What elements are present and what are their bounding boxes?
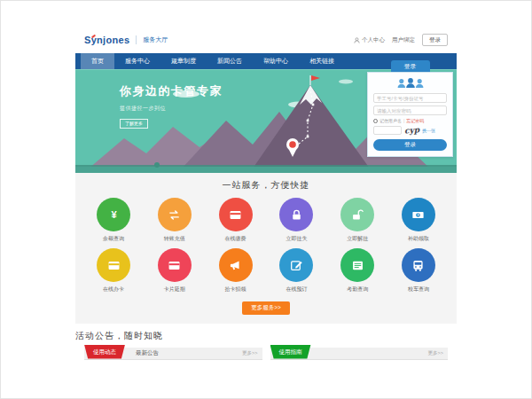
panel-latest-news: 使用动态 最新公告 更多>>	[84, 348, 262, 360]
nav-item-rules[interactable]: 规章制度	[160, 53, 207, 69]
nav-item-links[interactable]: 相关链接	[299, 53, 345, 69]
transfer-icon	[167, 207, 182, 223]
tab-latest-announcements[interactable]: 最新公告	[136, 349, 159, 357]
service-label: 余额查询	[85, 235, 142, 243]
user-binding-label: 用户绑定	[392, 36, 415, 44]
password-input[interactable]	[373, 106, 447, 115]
more-services-button[interactable]: 更多服务>>	[242, 301, 290, 315]
service-label: 拾卡招领	[207, 286, 264, 293]
more-link[interactable]: 更多>>	[242, 350, 262, 356]
edit-icon	[289, 258, 304, 273]
captcha-refresh-link[interactable]: 换一张	[422, 128, 435, 133]
personal-center-link[interactable]: 个人中心	[354, 36, 385, 44]
service-circle[interactable]	[340, 248, 374, 282]
service-circle[interactable]	[340, 198, 374, 231]
service-item-booking[interactable]: 在线预订	[268, 248, 325, 293]
bus-icon	[411, 258, 426, 273]
nav-item-service-center[interactable]: 服务中心	[114, 53, 160, 69]
svg-text:¥: ¥	[418, 213, 420, 217]
tab-usage-news-active[interactable]: 使用动态	[84, 345, 125, 359]
service-circle[interactable]	[158, 198, 192, 231]
hero-title: 你身边的卡管专家	[120, 83, 223, 99]
nav-item-home[interactable]: 首页	[81, 53, 114, 69]
service-circle[interactable]	[97, 248, 130, 282]
tab-user-guide-active[interactable]: 使用指南	[270, 345, 311, 359]
user-icon	[354, 37, 360, 43]
service-item-transfer[interactable]: 转账充值	[146, 198, 203, 243]
remember-label: 记住用户名	[379, 118, 402, 123]
service-item-school-bus[interactable]: 校车查询	[390, 248, 447, 293]
megaphone-icon	[228, 258, 243, 273]
hero-subtitle: 提供捷径一步到位	[120, 105, 223, 113]
service-label: 校车查询	[390, 286, 447, 293]
users-group-icon	[395, 77, 426, 90]
service-label: 在线缴费	[207, 235, 264, 243]
announcements-section: 活动公告，随时知晓 使用动态 最新公告 更多>> 使用指南 更多>>	[75, 324, 457, 360]
divider: |	[403, 118, 404, 123]
yen-icon: ¥	[106, 207, 121, 223]
hero-cta-button[interactable]: 了解更多	[120, 119, 148, 129]
services-row-2: 在线办卡 卡片延期 拾卡招领 在线预订	[85, 248, 447, 293]
page: Synjones 服务大厅 个人中心 用户绑定 登录 首页 服务中心 规章制度 …	[75, 27, 457, 372]
service-circle[interactable]	[219, 198, 253, 231]
lock-icon	[289, 207, 304, 223]
service-item-new-card[interactable]: 在线办卡	[85, 248, 142, 293]
service-circle[interactable]: ¥	[402, 198, 435, 231]
service-circle[interactable]	[158, 248, 192, 282]
service-item-subsidy[interactable]: ¥ 补助领取	[390, 198, 447, 243]
service-label: 转账充值	[146, 235, 203, 243]
services-row-1: ¥ 余额查询 转账充值 在线缴费 立即挂失	[85, 198, 447, 243]
service-circle[interactable]	[279, 248, 313, 282]
service-item-attendance[interactable]: 考勤查询	[329, 248, 386, 293]
login-form: 记住用户名 | 忘记密码 cyp 换一张 登录	[367, 72, 453, 157]
service-item-card-renewal[interactable]: 卡片延期	[146, 248, 203, 293]
service-item-found-card[interactable]: 拾卡招领	[207, 248, 264, 293]
service-circle[interactable]	[402, 248, 435, 282]
remember-checkbox[interactable]	[373, 119, 378, 123]
site-header: Synjones 服务大厅 个人中心 用户绑定 登录	[75, 27, 457, 53]
card-icon	[167, 258, 182, 273]
header-menu: 个人中心 用户绑定 登录	[354, 34, 448, 46]
panel-user-guide: 使用指南 更多>>	[270, 348, 449, 360]
service-label: 在线办卡	[85, 286, 142, 293]
service-label: 在线预订	[268, 286, 325, 293]
service-circle[interactable]: ¥	[97, 198, 130, 231]
hero-copy: 你身边的卡管专家 提供捷径一步到位 了解更多	[120, 83, 223, 129]
service-circle[interactable]	[219, 248, 253, 282]
login-tab[interactable]: 登录	[391, 60, 430, 72]
account-input[interactable]	[373, 93, 447, 103]
login-submit-button[interactable]: 登录	[373, 139, 447, 151]
nav-item-news[interactable]: 新闻公告	[207, 53, 253, 69]
service-item-report-loss[interactable]: 立即挂失	[268, 198, 325, 243]
service-item-balance[interactable]: ¥ 余额查询	[85, 198, 142, 243]
announcements-title: 活动公告，随时知晓	[75, 324, 457, 342]
brand-logo[interactable]: Synjones 服务大厅	[84, 35, 168, 45]
captcha-input[interactable]	[373, 126, 402, 135]
service-label: 考勤查询	[329, 286, 386, 293]
service-label: 补助领取	[390, 235, 447, 243]
header-login-button[interactable]: 登录	[422, 34, 448, 46]
remember-row: 记住用户名 | 忘记密码	[373, 118, 447, 123]
user-binding-link[interactable]: 用户绑定	[392, 36, 415, 44]
svg-text:¥: ¥	[111, 209, 117, 220]
nav-item-help[interactable]: 帮助中心	[253, 53, 299, 69]
service-label: 卡片延期	[146, 286, 203, 293]
login-panel: 登录 记住用户名 | 忘记密码 cyp 换一张 登录	[367, 60, 453, 157]
brand-suffix: 服务大厅	[136, 35, 168, 44]
captcha-image[interactable]: cyp	[404, 125, 420, 135]
card-icon	[106, 258, 121, 273]
service-label: 立即解挂	[329, 235, 386, 243]
forgot-password-link[interactable]: 忘记密码	[406, 118, 424, 123]
card-icon	[228, 207, 243, 223]
services-section: 一站服务，方便快捷 ¥ 余额查询 转账充值 在线缴费	[75, 173, 457, 324]
panel-tab-bar: 使用指南 更多>>	[270, 348, 449, 360]
service-label: 立即挂失	[268, 235, 325, 243]
more-link[interactable]: 更多>>	[428, 350, 448, 356]
personal-center-label: 个人中心	[362, 36, 385, 44]
service-circle[interactable]	[279, 198, 313, 231]
list-icon	[350, 258, 365, 273]
service-item-cancel-loss[interactable]: 立即解挂	[329, 198, 386, 243]
service-item-pay[interactable]: 在线缴费	[207, 198, 264, 243]
captcha-row: cyp 换一张	[373, 126, 447, 135]
services-title: 一站服务，方便快捷	[75, 173, 457, 192]
